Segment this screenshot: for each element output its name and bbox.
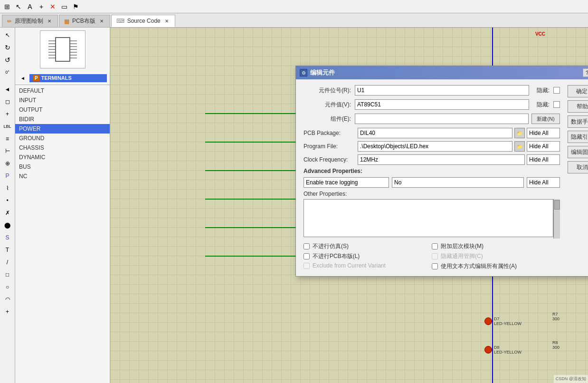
sidebar-item-power[interactable]: POWER bbox=[15, 124, 110, 134]
tool-probe[interactable]: ⬤ bbox=[2, 220, 13, 231]
sidebar-back-btn[interactable]: ◄ bbox=[18, 73, 28, 83]
tool-label[interactable]: LBL bbox=[2, 121, 13, 132]
adv-prop-name-select[interactable]: Enable trace logging bbox=[303, 177, 389, 188]
no-sim-label: 不进行仿真(S) bbox=[313, 242, 349, 250]
clock-input[interactable] bbox=[358, 154, 525, 165]
ok-btn[interactable]: 确定(O) bbox=[568, 85, 588, 97]
no-pcb-checkbox[interactable] bbox=[303, 253, 310, 259]
ref-row: 元件位号(R): 隐藏: bbox=[303, 85, 560, 96]
program-browse-btn[interactable]: 📁 bbox=[514, 141, 525, 152]
tool-connect[interactable]: ⊕ bbox=[2, 158, 13, 169]
sidebar-item-bus[interactable]: BUS bbox=[15, 162, 110, 172]
other-props-scrollbar[interactable] bbox=[553, 199, 560, 239]
pcb-hide-select[interactable]: Hide All bbox=[527, 128, 560, 138]
hide-pins-checkbox[interactable] bbox=[432, 253, 438, 259]
sidebar-item-ground[interactable]: GROUND bbox=[15, 134, 110, 143]
tool-script[interactable]: S bbox=[2, 232, 13, 243]
dialog-title-text: 编辑元件 bbox=[310, 68, 580, 77]
toolbar-icon-text[interactable]: A bbox=[25, 1, 35, 12]
tool-noconn[interactable]: ✗ bbox=[2, 207, 13, 219]
dialog-title-icon: ⚙ bbox=[300, 69, 307, 77]
scrollbar-thumb bbox=[554, 200, 560, 210]
tool-text[interactable]: T bbox=[2, 244, 13, 256]
sidebar-header: ◄ P TERMINALS bbox=[15, 71, 110, 85]
toolbar-icon-delete[interactable]: ✕ bbox=[47, 1, 58, 12]
tool-draw[interactable]: / bbox=[2, 257, 13, 268]
sidebar-item-bidir[interactable]: BIDIR bbox=[15, 115, 110, 124]
value-input[interactable] bbox=[355, 99, 529, 110]
tool-rect[interactable]: □ bbox=[2, 269, 13, 280]
edit-firmware-btn[interactable]: 编辑固件(F) bbox=[568, 146, 588, 158]
sidebar-title-box: P TERMINALS bbox=[29, 74, 107, 82]
sidebar-item-chassis[interactable]: CHASSIS bbox=[15, 143, 110, 153]
group-select[interactable] bbox=[355, 114, 529, 124]
tool-arrow[interactable]: ↖ bbox=[2, 29, 13, 41]
dialog-help-icon-btn[interactable]: ? bbox=[583, 68, 588, 77]
dialog-content: 元件位号(R): 隐藏: 元件值(V): 隐藏: bbox=[296, 79, 566, 276]
sidebar-item-input[interactable]: INPUT bbox=[15, 96, 110, 105]
sidebar-list: DEFAULT INPUT OUTPUT BIDIR POWER GROUND … bbox=[15, 85, 110, 182]
help-btn[interactable]: 帮助(H) bbox=[568, 100, 588, 113]
adv-prop-value-select[interactable]: No bbox=[392, 177, 524, 188]
pcb-tab-icon: ▦ bbox=[64, 18, 69, 25]
no-sim-checkbox[interactable] bbox=[303, 243, 310, 249]
clock-hide-select[interactable]: Hide All bbox=[527, 154, 560, 165]
tool-component[interactable]: ◻ bbox=[2, 96, 13, 107]
tool-circle[interactable]: ○ bbox=[2, 281, 13, 293]
tool-addpin[interactable]: + bbox=[2, 306, 13, 317]
tool-rotate-cw[interactable]: ↻ bbox=[2, 42, 13, 53]
new-group-btn[interactable]: 新建(N) bbox=[531, 114, 560, 124]
tool-arc[interactable]: ◠ bbox=[2, 294, 13, 305]
pcb-tab-close[interactable]: ✕ bbox=[98, 18, 105, 25]
tab-schematic[interactable]: ✏ 原理图绘制 ✕ bbox=[2, 15, 58, 27]
toolbar-icon-box[interactable]: ▭ bbox=[59, 1, 69, 12]
top-toolbar: ⊞ ↖ A + ✕ ▭ ⚑ bbox=[0, 0, 588, 13]
schematic-tab-close[interactable]: ✕ bbox=[46, 18, 53, 25]
adv-prop-hide-select[interactable]: Hide All bbox=[527, 177, 560, 188]
tool-pin[interactable]: ⊢ bbox=[2, 145, 13, 157]
sidebar-item-dynamic[interactable]: DYNAMIC bbox=[15, 153, 110, 162]
program-file-row: Program File: 📁 Hide All bbox=[303, 141, 560, 152]
sidebar-item-nc[interactable]: NC bbox=[15, 172, 110, 181]
tool-rotate-ccw[interactable]: ↺ bbox=[2, 54, 13, 66]
source-tab-close[interactable]: ✕ bbox=[163, 18, 170, 24]
tool-bus[interactable]: ⌇ bbox=[2, 182, 13, 194]
tool-power[interactable]: P bbox=[2, 170, 13, 182]
toolbar-icon-cursor[interactable]: ↖ bbox=[13, 1, 24, 12]
tab-source[interactable]: ⌨ Source Code ✕ bbox=[111, 15, 175, 27]
hide-pins-label: 隐藏通用管脚(C) bbox=[441, 252, 483, 260]
ref-input[interactable] bbox=[355, 85, 529, 96]
ref-hidden-checkbox[interactable] bbox=[553, 87, 560, 94]
toolbar-icon-plus[interactable]: + bbox=[36, 1, 47, 12]
source-tab-icon: ⌨ bbox=[116, 18, 124, 24]
toolbar-icon-grid[interactable]: ⊞ bbox=[2, 1, 12, 12]
pcb-browse-btn[interactable]: 📁 bbox=[514, 128, 525, 138]
program-label: Program File: bbox=[303, 143, 356, 150]
value-hidden-checkbox[interactable] bbox=[553, 101, 560, 108]
pcb-package-select[interactable]: DIL40 bbox=[358, 128, 512, 138]
exclude-checkbox[interactable] bbox=[303, 263, 310, 269]
program-input[interactable] bbox=[358, 141, 512, 152]
sidebar-item-default[interactable]: DEFAULT bbox=[15, 86, 110, 96]
tool-lines[interactable]: ≡ bbox=[2, 133, 13, 144]
no-pcb-label: 不进行PCB布版(L) bbox=[313, 252, 360, 260]
cancel-btn[interactable]: 取消(C) bbox=[568, 161, 588, 173]
no-pcb-row: 不进行PCB布版(L) bbox=[303, 252, 432, 260]
hide-pins-action-btn[interactable]: 隐藏引脚(P) bbox=[568, 131, 588, 143]
sidebar-item-output[interactable]: OUTPUT bbox=[15, 105, 110, 115]
tool-junction[interactable]: • bbox=[2, 195, 13, 206]
tool-angle[interactable]: 0° bbox=[2, 67, 13, 78]
left-toolbar: ↖ ↻ ↺ 0° ◄ ◻ + LBL ≡ ⊢ ⊕ P ⌇ • ✗ ⬤ S T /… bbox=[0, 28, 15, 383]
tool-nav-left[interactable]: ◄ bbox=[2, 84, 13, 95]
exclude-variant-row: Exclude from Current Variant bbox=[303, 262, 432, 269]
other-props-textarea[interactable] bbox=[303, 199, 553, 237]
toolbar-icon-flag[interactable]: ⚑ bbox=[70, 1, 81, 12]
tab-bar: ✏ 原理图绘制 ✕ ▦ PCB布版 ✕ ⌨ Source Code ✕ bbox=[0, 13, 588, 28]
databook-btn[interactable]: 数据手册(D) bbox=[568, 115, 588, 128]
text-edit-checkbox[interactable] bbox=[432, 263, 438, 269]
tool-plus[interactable]: + bbox=[2, 108, 13, 120]
attach-hier-checkbox[interactable] bbox=[432, 243, 438, 249]
program-hide-select[interactable]: Hide All bbox=[527, 141, 560, 152]
sidebar-title: TERMINALS bbox=[41, 75, 72, 81]
tab-pcb[interactable]: ▦ PCB布版 ✕ bbox=[59, 15, 110, 27]
